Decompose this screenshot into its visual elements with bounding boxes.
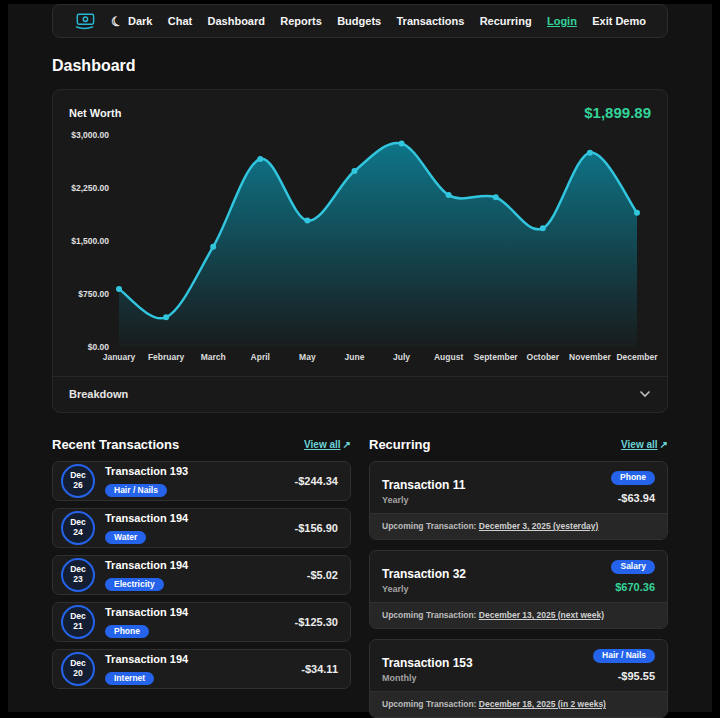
recurring-card[interactable]: Transaction 153 Monthly Hair / Nails -$9… (369, 639, 668, 718)
chart-plot-area[interactable] (113, 131, 653, 351)
recurring-frequency: Yearly (382, 495, 465, 505)
transaction-name: Transaction 194 (105, 512, 188, 524)
y-tick-label: $0.00 (88, 342, 109, 352)
transaction-date-badge: Dec 26 (61, 464, 95, 498)
upcoming-transaction-note: Upcoming Transaction: December 3, 2025 (… (370, 513, 667, 539)
nav-link-reports[interactable]: Reports (280, 15, 322, 27)
x-tick-label: November (569, 352, 611, 362)
y-tick-label: $2,250.00 (71, 183, 109, 193)
recent-transactions-section: Recent Transactions View all↗ Dec 26 Tra… (52, 437, 351, 718)
transaction-amount: -$156.90 (295, 522, 338, 534)
recurring-name: Transaction 32 (382, 567, 466, 581)
category-pill: Electricity (105, 578, 164, 592)
transaction-amount: -$34.11 (301, 663, 338, 675)
recurring-card[interactable]: Transaction 11 Yearly Phone -$63.94 Upco… (369, 461, 668, 540)
recurring-amount: $670.36 (615, 581, 655, 593)
external-arrow-icon: ↗ (660, 439, 668, 450)
y-tick-label: $750.00 (78, 289, 109, 299)
transaction-date-badge: Dec 21 (61, 605, 95, 639)
x-tick-label: September (474, 352, 518, 362)
upcoming-date-link[interactable]: December 13, 2025 (next week) (479, 610, 604, 620)
transaction-amount: -$244.34 (295, 475, 338, 487)
recurring-frequency: Yearly (382, 584, 466, 594)
external-arrow-icon: ↗ (343, 439, 351, 450)
transaction-date-badge: Dec 23 (61, 558, 95, 592)
transaction-row[interactable]: Dec 26 Transaction 193 Hair / Nails -$24… (52, 461, 351, 501)
breakdown-label: Breakdown (69, 388, 128, 400)
category-pill: Internet (105, 672, 154, 686)
net-worth-chart[interactable]: $0.00$750.00$1,500.00$2,250.00$3,000.00 … (53, 121, 667, 366)
x-tick-label: July (393, 352, 410, 362)
upcoming-date-link[interactable]: December 18, 2025 (in 2 weeks) (479, 699, 606, 709)
net-worth-value: $1,899.89 (584, 104, 651, 121)
y-tick-label: $3,000.00 (71, 130, 109, 140)
x-tick-label: March (201, 352, 226, 362)
transaction-row[interactable]: Dec 23 Transaction 194 Electricity -$5.0… (52, 555, 351, 595)
moon-icon: ☾ (110, 13, 125, 29)
nav-link-login[interactable]: Login (547, 15, 577, 27)
theme-toggle[interactable]: ☾ Dark (111, 15, 152, 28)
theme-toggle-label: Dark (128, 15, 152, 27)
category-pill: Phone (611, 471, 655, 485)
x-tick-label: June (345, 352, 365, 362)
recurring-title: Recurring (369, 437, 430, 452)
transaction-date-badge: Dec 24 (61, 511, 95, 545)
x-tick-label: August (434, 352, 463, 362)
recurring-section: Recurring View all↗ Transaction 11 Yearl… (369, 437, 668, 718)
upcoming-transaction-note: Upcoming Transaction: December 18, 2025 … (370, 691, 667, 717)
x-tick-label: December (616, 352, 657, 362)
category-pill: Phone (105, 625, 149, 639)
banknotes-logo-icon[interactable] (74, 12, 96, 31)
category-pill: Hair / Nails (593, 649, 655, 663)
transaction-amount: -$5.02 (307, 569, 338, 581)
nav-link-budgets[interactable]: Budgets (337, 15, 381, 27)
net-worth-card: Net Worth $1,899.89 $0.00$750.00$1,500.0… (52, 89, 668, 413)
chevron-down-icon (639, 390, 651, 398)
recurring-card[interactable]: Transaction 32 Yearly Salary $670.36 Upc… (369, 550, 668, 629)
transaction-name: Transaction 194 (105, 559, 188, 571)
recurring-view-all-link[interactable]: View all↗ (621, 439, 668, 450)
transaction-row[interactable]: Dec 21 Transaction 194 Phone -$125.30 (52, 602, 351, 642)
transaction-row[interactable]: Dec 20 Transaction 194 Internet -$34.11 (52, 649, 351, 689)
x-tick-label: April (251, 352, 270, 362)
top-navbar: ☾ Dark Chat Dashboard Reports Budgets Tr… (52, 4, 668, 38)
nav-link-exit-demo[interactable]: Exit Demo (592, 15, 646, 27)
app-background: ☾ Dark Chat Dashboard Reports Budgets Tr… (8, 4, 712, 712)
y-tick-label: $1,500.00 (71, 236, 109, 246)
nav-link-dashboard[interactable]: Dashboard (208, 15, 265, 27)
recurring-amount: -$63.94 (618, 492, 655, 504)
nav-link-chat[interactable]: Chat (168, 15, 192, 27)
x-tick-label: October (527, 352, 560, 362)
chart-x-axis-labels: JanuaryFebruaryMarchAprilMayJuneJulyAugu… (113, 352, 653, 366)
transaction-name: Transaction 194 (105, 653, 188, 665)
transaction-amount: -$125.30 (295, 616, 338, 628)
x-tick-label: January (103, 352, 136, 362)
recurring-frequency: Monthly (382, 673, 473, 683)
category-pill: Water (105, 531, 146, 545)
transaction-date-badge: Dec 20 (61, 652, 95, 686)
chart-y-axis-labels: $0.00$750.00$1,500.00$2,250.00$3,000.00 (69, 131, 113, 351)
net-worth-title: Net Worth (69, 107, 121, 119)
recurring-name: Transaction 11 (382, 478, 465, 492)
recurring-amount: -$95.55 (618, 670, 655, 682)
nav-link-recurring[interactable]: Recurring (480, 15, 532, 27)
x-tick-label: May (299, 352, 316, 362)
breakdown-toggle[interactable]: Breakdown (53, 376, 667, 412)
recurring-name: Transaction 153 (382, 656, 473, 670)
category-pill: Hair / Nails (105, 484, 167, 498)
page-title: Dashboard (52, 57, 668, 75)
nav-link-transactions[interactable]: Transactions (396, 15, 464, 27)
category-pill: Salary (611, 560, 655, 574)
upcoming-date-link[interactable]: December 3, 2025 (yesterday) (479, 521, 599, 531)
x-tick-label: February (148, 352, 184, 362)
recent-transactions-title: Recent Transactions (52, 437, 179, 452)
upcoming-transaction-note: Upcoming Transaction: December 13, 2025 … (370, 602, 667, 628)
transaction-name: Transaction 194 (105, 606, 188, 618)
transaction-row[interactable]: Dec 24 Transaction 194 Water -$156.90 (52, 508, 351, 548)
transactions-view-all-link[interactable]: View all↗ (304, 439, 351, 450)
transaction-name: Transaction 193 (105, 465, 188, 477)
